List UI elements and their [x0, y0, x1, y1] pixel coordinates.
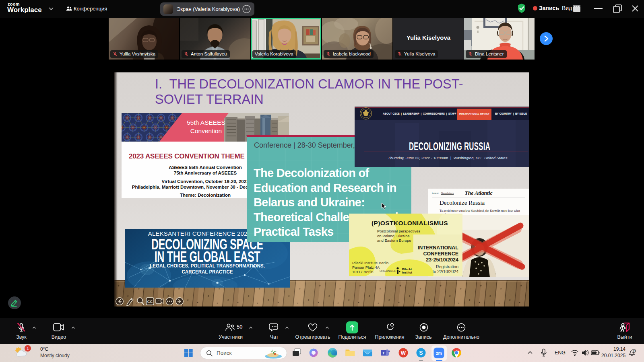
svg-text:CC: CC: [147, 299, 153, 304]
svg-text:W: W: [401, 350, 406, 356]
svg-text:zm: zm: [436, 351, 442, 356]
svg-text:Z: Z: [633, 350, 635, 352]
svg-text:S: S: [419, 350, 423, 356]
svg-text:T: T: [382, 351, 385, 355]
